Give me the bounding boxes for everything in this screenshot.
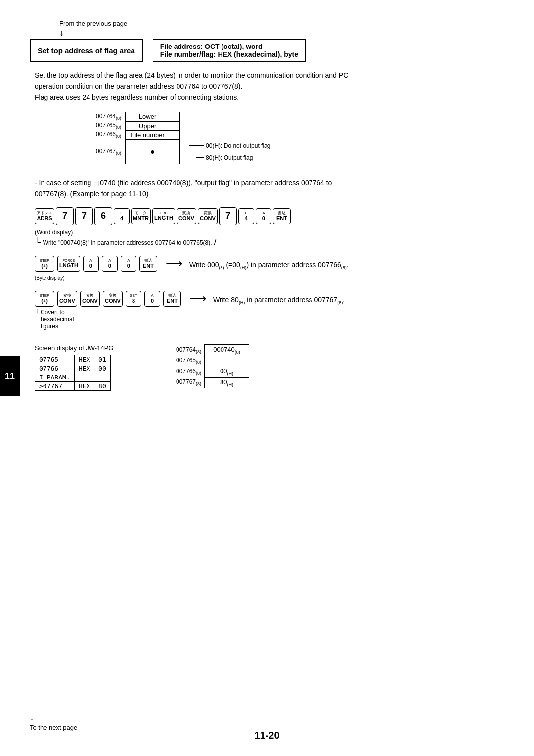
screen-cell (74, 373, 94, 382)
arrow-right-1: ⟶ (166, 257, 182, 271)
description-text: Set the top address of the flag area (24… (35, 70, 504, 103)
key-a0c: A 0 (102, 256, 118, 272)
from-prev-label: From the previous page (59, 20, 504, 27)
header-row: Set top address of flag area File addres… (30, 39, 504, 62)
right-addr-table: 007764(8) 000740(8) 007765(8) 007766(8) … (173, 344, 249, 388)
key-section-2: STEP (+) FORCE LNGTH A 0 A 0 A 0 (30, 256, 504, 281)
flag-note-1: 00(H): Do not output flag (206, 140, 270, 152)
incase-text: - In case of setting ヨ0740 (file address… (35, 177, 499, 199)
key-e4b: E 4 (238, 208, 254, 224)
key-conv4: 変換 CONV (80, 291, 100, 307)
addr-007764: 007764(8) (94, 112, 126, 121)
key-conv1: 変換 CONV (177, 208, 196, 224)
key-7b: 7 (75, 207, 93, 225)
file-address-box: File address: OCT (octal), word File num… (153, 39, 306, 62)
key-7c: 7 (219, 207, 237, 225)
key-conv3: 変換 CONV (57, 291, 77, 307)
addr-007765: 007765(8) (94, 121, 126, 130)
key-force-lngth2: FORCE LNGTH (57, 256, 80, 272)
screen-display-title: Screen display of JW-14PG (35, 344, 143, 352)
key-6: 6 (94, 207, 112, 225)
screen-cell: 00 (94, 364, 111, 373)
screen-cell: HEX (74, 382, 94, 391)
right-addr-1: 007764(8) (173, 345, 205, 356)
key-ent2: 書込 ENT (139, 256, 157, 272)
incase-line1: - In case of setting ヨ0740 (file address… (35, 177, 499, 188)
flag-note-2: 80(H): Output flag (206, 152, 253, 164)
key-a0b: A 0 (83, 256, 99, 272)
screen-cell (94, 373, 111, 382)
table-row: 07766 HEX 00 (35, 364, 111, 373)
desc-line3: Flag area uses 24 bytes regardless numbe… (35, 92, 504, 103)
key-a0e: A 0 (144, 291, 160, 307)
key-row-1: アドレス ADRS 7 7 6 E 4 モニタ MNTR FORCE LNGTH… (35, 207, 504, 225)
table-row: >07767 HEX 80 (35, 382, 111, 391)
table-row: 007766(8) 00(H) (173, 366, 249, 378)
table-row: 007767(8) 80(H) (173, 377, 249, 388)
key-lngth: FORCE LNGTH (152, 208, 175, 224)
table-row: 007764(8) 000740(8) (173, 345, 249, 356)
key-conv2: 変換 CONV (198, 208, 218, 224)
screen-cell: I PARAM. (35, 373, 75, 382)
set-top-box: Set top address of flag area (30, 39, 143, 62)
key-adrs: アドレス ADRS (35, 208, 54, 224)
screen-cell: 80 (94, 382, 111, 391)
file-address-line2: File number/flag: HEX (hexadecimal), byt… (160, 50, 298, 58)
table-row: I PARAM. (35, 373, 111, 382)
screen-cell: HEX (74, 355, 94, 364)
key-a0d: A 0 (121, 256, 136, 272)
write-result-2: Write 80(H) in parameter address 007767(… (213, 296, 345, 305)
screen-cell: HEX (74, 364, 94, 373)
to-next-label: To the next page (30, 724, 77, 731)
key-ent1: 書込 ENT (273, 208, 291, 224)
addr-label-filenum: File number (126, 130, 180, 139)
addr-label-lower: Lower (126, 112, 180, 121)
byte-display-label: (Byte display) (35, 275, 65, 281)
desc-line2: operation condition on the parameter add… (35, 81, 504, 92)
key-section-1: アドレス ADRS 7 7 6 E 4 モニタ MNTR FORCE LNGTH… (30, 207, 504, 248)
right-val-3: 00(H) (205, 366, 249, 378)
addr-007767: 007767(8) (94, 140, 126, 164)
key-step-plus2: STEP (+) (35, 291, 54, 307)
screen-cell: 01 (94, 355, 111, 364)
screen-display-section: Screen display of JW-14PG 07765 HEX 01 0… (35, 344, 504, 391)
screen-cell: 07766 (35, 364, 75, 373)
right-val-4: 80(H) (205, 377, 249, 388)
key-ent3: 書込 ENT (163, 291, 181, 307)
arrow-down-icon: ↓ (59, 28, 504, 37)
word-display-label: (Word display) (35, 229, 73, 236)
right-val-2 (205, 356, 249, 366)
table-row: 07765 HEX 01 (35, 355, 111, 364)
arrow-right-2: ⟶ (189, 292, 206, 306)
file-address-line1: File address: OCT (octal), word (160, 43, 298, 50)
key-step-plus: STEP (+) (35, 256, 54, 272)
screen-table: 07765 HEX 01 07766 HEX 00 I PARAM. >0776… (35, 355, 111, 391)
page-number: 11-20 (254, 730, 279, 741)
convert-note: Covert tohexadecimalfigures (41, 309, 74, 330)
key-section-3: STEP (+) 変換 CONV 変換 CONV 変換 CONV SET 8 (30, 291, 504, 330)
key-7a: 7 (56, 207, 74, 225)
address-table: 007764(8) Lower 007765(8) Upper 007766(8… (94, 112, 272, 164)
right-addr-3: 007766(8) (173, 366, 205, 378)
desc-line1: Set the top address of the flag area (24… (35, 70, 504, 81)
addr-007766: 007766(8) (94, 130, 126, 139)
screen-cell: >07767 (35, 382, 75, 391)
section-tab: 11 (0, 356, 20, 396)
screen-display-left: Screen display of JW-14PG 07765 HEX 01 0… (35, 344, 143, 391)
addr-label-upper: Upper (126, 121, 180, 130)
key-a0a: A 0 (256, 208, 271, 224)
write-note-1: Write "000740(8)" in parameter addresses… (43, 239, 212, 246)
table-row: 007765(8) (173, 356, 249, 366)
key-conv5: 変換 CONV (103, 291, 123, 307)
bottom-arrow-icon: ↓ (30, 712, 34, 722)
right-addr-4: 007767(8) (173, 377, 205, 388)
write-result-1: Write 000(8) (=00(H)) in parameter addre… (189, 261, 349, 270)
right-val-1: 000740(8) (205, 345, 249, 356)
key-set8: SET 8 (126, 291, 141, 307)
screen-cell: 07765 (35, 355, 75, 364)
key-e4a: E 4 (114, 208, 130, 224)
incase-line2: 007767(8). (Example for page 11-10) (35, 189, 499, 199)
key-mntr: モニタ MNTR (131, 208, 151, 224)
screen-display-right: 007764(8) 000740(8) 007765(8) 007766(8) … (173, 344, 312, 391)
right-addr-2: 007765(8) (173, 356, 205, 366)
